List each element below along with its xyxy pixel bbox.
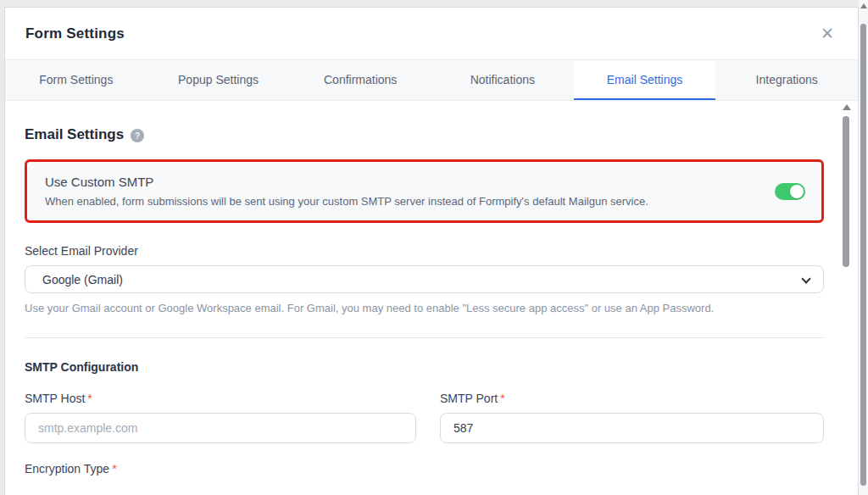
email-provider-helper-text: Use your Gmail account or Google Workspa… [25,302,824,314]
email-settings-panel: Email Settings ? Use Custom SMTP When en… [5,101,858,495]
email-provider-label: Select Email Provider [25,244,824,258]
use-custom-smtp-card: Use Custom SMTP When enabled, form submi… [25,159,824,223]
tab-popup-settings[interactable]: Popup Settings [147,60,290,100]
encryption-type-label: Encryption Type* [25,462,824,476]
toggle-knob [790,185,804,198]
scroll-up-arrow-icon[interactable] [843,104,851,110]
tab-integrations[interactable]: Integrations [715,60,858,100]
email-provider-select[interactable]: Google (Gmail) [25,265,824,293]
page-scroll-up-arrow-icon[interactable] [860,3,867,8]
chevron-down-icon [801,274,810,283]
use-custom-smtp-title: Use Custom SMTP [45,175,762,189]
modal-header: Form Settings ✕ [5,8,858,59]
page-scrollbar-thumb[interactable] [860,24,866,486]
modal-scrollbar-thumb[interactable] [843,116,849,267]
smtp-host-input[interactable] [25,413,416,443]
required-asterisk: * [500,392,504,405]
custom-smtp-toggle[interactable] [775,183,805,200]
use-custom-smtp-description: When enabled, form submissions will be s… [45,195,762,208]
smtp-host-label: SMTP Host* [25,392,416,405]
help-icon[interactable]: ? [131,129,144,142]
tab-email-settings[interactable]: Email Settings [574,60,716,100]
smtp-configuration-heading: SMTP Configuration [25,360,824,374]
page-scrollbar[interactable] [859,0,868,495]
tab-form-settings[interactable]: Form Settings [5,60,147,100]
modal-scrollbar[interactable] [843,103,850,495]
section-divider [25,337,824,338]
required-asterisk: * [87,392,92,405]
email-provider-selected-value: Google (Gmail) [42,273,123,286]
required-asterisk: * [112,462,116,476]
modal-title: Form Settings [25,25,125,42]
tab-confirmations[interactable]: Confirmations [289,60,431,100]
smtp-port-label: SMTP Port* [440,392,824,405]
tab-notifications[interactable]: Notifications [431,60,574,100]
tab-bar: Form Settings Popup Settings Confirmatio… [5,59,858,101]
panel-heading: Email Settings [25,126,124,143]
form-settings-modal: Form Settings ✕ Form Settings Popup Sett… [4,7,859,495]
smtp-port-input[interactable] [440,413,824,443]
close-icon[interactable]: ✕ [817,24,837,43]
